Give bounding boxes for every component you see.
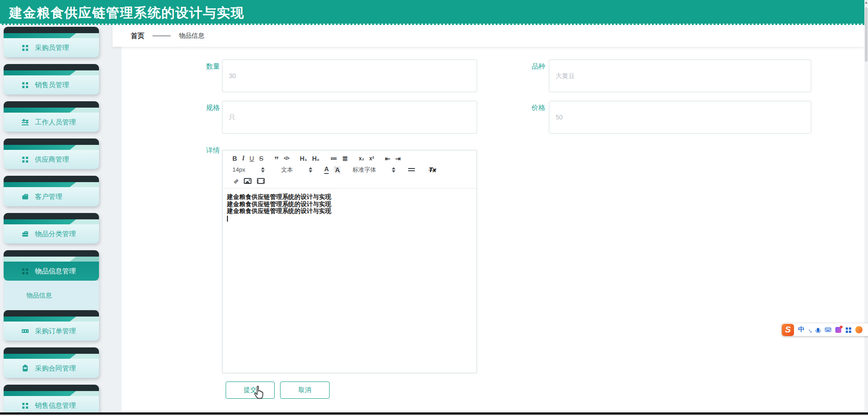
chinese-mode-icon[interactable]: 中 bbox=[798, 326, 804, 334]
sidebar-item[interactable]: 物品分类管理 bbox=[4, 213, 99, 243]
updown-caret-icon bbox=[309, 167, 312, 173]
background-color-button[interactable]: A bbox=[334, 166, 340, 173]
card-top-band bbox=[4, 347, 99, 354]
card-top-band bbox=[4, 64, 99, 70]
sidebar-group: 物品分类管理 bbox=[4, 213, 99, 243]
sidebar-item[interactable]: 采购订单管理 bbox=[4, 310, 99, 341]
card-accent-stripe bbox=[4, 145, 99, 150]
text-caret bbox=[227, 216, 228, 222]
card-accent-stripe bbox=[4, 317, 99, 322]
sidebar-item[interactable]: 采购合同管理 bbox=[4, 347, 99, 378]
font-family-select[interactable]: 标准字体 bbox=[352, 167, 376, 173]
card-accent-stripe bbox=[4, 70, 99, 75]
header-1-button[interactable]: H₁ bbox=[300, 155, 307, 162]
card-top-band bbox=[4, 101, 99, 108]
sidebar-group: 销售员管理 bbox=[4, 64, 99, 94]
sidebar-item-label: 采购合同管理 bbox=[35, 364, 76, 373]
sidebar-item-body[interactable]: 采购员管理 bbox=[4, 38, 99, 57]
grid-icon bbox=[22, 402, 29, 409]
list-bullet-button[interactable]: ≣ bbox=[342, 155, 348, 162]
quantity-input[interactable] bbox=[222, 59, 477, 92]
text-color-button[interactable]: A bbox=[324, 165, 329, 174]
italic-button[interactable]: I bbox=[242, 155, 244, 162]
editor-text-line: 建金粮食供应链管理系统的设计与实现 bbox=[227, 201, 472, 208]
font-size-select[interactable]: 14px bbox=[232, 167, 245, 173]
sidebar-item-body[interactable]: 采购合同管理 bbox=[4, 359, 99, 378]
paragraph-format-select[interactable]: 文本 bbox=[281, 167, 293, 173]
video-icon[interactable] bbox=[257, 178, 265, 184]
toolbar-row-3: ∞ bbox=[232, 175, 473, 187]
sidebar-item-body[interactable]: 客户管理 bbox=[4, 187, 99, 206]
sidebar-item-body[interactable]: 采购订单管理 bbox=[4, 322, 99, 341]
sidebar-item-label: 销售员管理 bbox=[35, 81, 69, 89]
list-ordered-button[interactable]: ≔ bbox=[330, 155, 337, 162]
card-accent-stripe bbox=[4, 33, 99, 38]
spec-label: 规格 bbox=[185, 104, 220, 112]
sidebar-sub-item[interactable]: 物品信息 bbox=[4, 281, 99, 310]
sidebar-item-body[interactable]: 物品信息管理 bbox=[4, 262, 99, 281]
sidebar-item-label: 采购员管理 bbox=[35, 44, 69, 52]
underline-button[interactable]: U bbox=[250, 155, 254, 162]
toolbox-grid-icon[interactable] bbox=[845, 327, 851, 333]
sidebar-item[interactable]: 客户管理 bbox=[4, 176, 99, 206]
emoji-icon[interactable] bbox=[855, 326, 863, 333]
sidebar-item-body[interactable]: 工作人员管理 bbox=[4, 113, 99, 132]
link-icon[interactable]: ∞ bbox=[232, 177, 241, 186]
card-top-band bbox=[4, 385, 99, 391]
sidebar-item[interactable]: 物品信息管理 bbox=[4, 250, 99, 281]
sidebar-item-body[interactable]: 供应商管理 bbox=[4, 150, 99, 169]
sidebar-item[interactable]: 采购员管理 bbox=[4, 27, 99, 57]
submit-button[interactable]: 提交 bbox=[226, 381, 275, 399]
quantity-label: 数量 bbox=[185, 62, 220, 71]
detail-label: 详情 bbox=[185, 146, 220, 155]
sidebar-item[interactable]: 销售员管理 bbox=[4, 64, 99, 94]
sidebar-group: 采购订单管理 bbox=[4, 310, 99, 341]
skin-theme-icon[interactable] bbox=[835, 327, 841, 333]
superscript-button[interactable]: x² bbox=[369, 156, 374, 161]
cancel-button[interactable]: 取消 bbox=[280, 381, 330, 399]
punctuation-icon[interactable]: ·, bbox=[809, 327, 811, 333]
mouse-cursor-icon bbox=[252, 386, 265, 400]
indent-button[interactable]: ⇥ bbox=[395, 155, 401, 162]
scroll-up-icon[interactable] bbox=[865, 1, 868, 4]
page-title: 建金粮食供应链管理系统的设计与实现 bbox=[9, 4, 245, 22]
sidebar-group: 采购合同管理 bbox=[4, 347, 99, 378]
sidebar: 采购员管理销售员管理工作人员管理供应商管理客户管理物品分类管理物品信息管理物品信… bbox=[0, 25, 122, 416]
breadcrumb-current: 物品信息 bbox=[179, 32, 204, 40]
scrollbar-thumb[interactable] bbox=[865, 7, 868, 62]
outdent-button[interactable]: ⇤ bbox=[385, 155, 390, 162]
toolbar-row-1: BIUS”</>H₁H₂≔≣x₂x²⇤⇥ bbox=[232, 153, 473, 164]
sidebar-sub-item-label: 物品信息 bbox=[26, 292, 52, 300]
grid-icon bbox=[22, 81, 29, 89]
editor-text-line: 建金粮食供应链管理系统的设计与实现 bbox=[227, 208, 472, 215]
sidebar-group: 工作人员管理 bbox=[4, 101, 99, 132]
sidebar-item[interactable]: 销售信息管理 bbox=[4, 385, 99, 415]
clipboard-icon bbox=[22, 365, 29, 372]
sidebar-group: 客户管理 bbox=[4, 176, 99, 206]
subscript-button[interactable]: x₂ bbox=[359, 156, 364, 161]
microphone-icon[interactable] bbox=[817, 328, 819, 332]
blockquote-button[interactable]: ” bbox=[274, 155, 279, 164]
image-icon[interactable] bbox=[244, 178, 252, 184]
sidebar-item-body[interactable]: 销售员管理 bbox=[4, 75, 99, 94]
price-input[interactable] bbox=[549, 101, 811, 134]
breadcrumb-home[interactable]: 首页 bbox=[131, 32, 144, 40]
vertical-scrollbar[interactable] bbox=[864, 0, 868, 416]
sidebar-item[interactable]: 工作人员管理 bbox=[4, 101, 99, 132]
spec-input[interactable] bbox=[222, 101, 477, 134]
breadcrumb: 首页 物品信息 bbox=[113, 25, 864, 47]
strike-button[interactable]: S bbox=[259, 155, 263, 162]
header-2-button[interactable]: H₂ bbox=[312, 155, 319, 162]
code-block-button[interactable]: </> bbox=[284, 156, 289, 161]
sidebar-item-body[interactable]: 物品分类管理 bbox=[4, 224, 99, 243]
sidebar-item[interactable]: 供应商管理 bbox=[4, 139, 99, 169]
align-button[interactable] bbox=[408, 168, 415, 171]
variety-input[interactable] bbox=[549, 59, 811, 92]
editor-content[interactable]: 建金粮食供应链管理系统的设计与实现建金粮食供应链管理系统的设计与实现建金粮食供应… bbox=[222, 188, 477, 373]
bold-button[interactable]: B bbox=[232, 155, 237, 162]
sidebar-group: 供应商管理 bbox=[4, 139, 99, 169]
card-top-band bbox=[4, 27, 99, 33]
keyboard-icon[interactable] bbox=[825, 327, 831, 332]
sogou-logo-icon[interactable]: S bbox=[782, 324, 794, 336]
clear-format-button[interactable]: Tx bbox=[429, 166, 436, 173]
